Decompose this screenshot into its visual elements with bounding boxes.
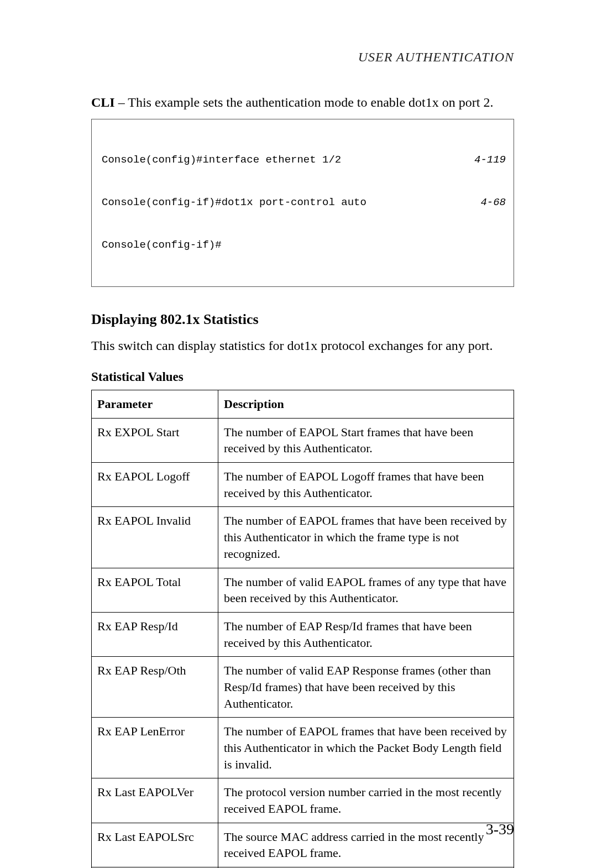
cli-code-block: Console(config)#interface ethernet 1/24-…	[91, 119, 514, 287]
cell-parameter: Rx Last EAPOLSrc	[92, 823, 218, 867]
cell-parameter: Rx EAPOL Total	[92, 568, 218, 612]
cli-intro-text: – This example sets the authentication m…	[115, 95, 494, 109]
cell-description: The number of valid EAP Response frames …	[218, 657, 514, 718]
code-ref: 4-68	[480, 196, 506, 210]
statistics-table: Parameter Description Rx EXPOL StartThe …	[91, 390, 514, 868]
table-row: Rx Last EAPOLSrcThe source MAC address c…	[92, 823, 514, 867]
cell-description: The number of EAPOL frames that have bee…	[218, 507, 514, 568]
table-row: Rx EAP Resp/IdThe number of EAP Resp/Id …	[92, 612, 514, 656]
page-container: User Authentication CLI – This example s…	[0, 0, 597, 868]
code-line: Console(config)#interface ethernet 1/24-…	[102, 153, 506, 168]
cell-parameter: Rx EAP Resp/Id	[92, 612, 218, 656]
table-row: Rx EAP LenErrorThe number of EAPOL frame…	[92, 718, 514, 778]
cell-parameter: Rx EAP Resp/Oth	[92, 657, 218, 718]
cell-parameter: Rx EAP LenError	[92, 718, 218, 778]
table-row: Rx EAPOL TotalThe number of valid EAPOL …	[92, 568, 514, 612]
code-line: Console(config-if)#dot1x port-control au…	[102, 196, 506, 210]
code-ref: 4-119	[474, 153, 506, 168]
subsection-heading: Statistical Values	[91, 370, 514, 384]
table-header-row: Parameter Description	[92, 390, 514, 419]
cell-parameter: Rx EAPOL Logoff	[92, 463, 218, 507]
section-heading: Displaying 802.1x Statistics	[91, 311, 514, 328]
table-row: Rx Last EAPOLVerThe protocol version num…	[92, 778, 514, 823]
cell-parameter: Rx Last EAPOLVer	[92, 778, 218, 823]
col-header-parameter: Parameter	[92, 390, 218, 419]
code-cmd: Console(config-if)#dot1x port-control au…	[102, 196, 366, 210]
table-row: Rx EAPOL LogoffThe number of EAPOL Logof…	[92, 463, 514, 507]
cli-label: CLI	[91, 95, 115, 109]
cell-parameter: Rx EXPOL Start	[92, 418, 218, 462]
intro-paragraph: CLI – This example sets the authenticati…	[91, 92, 514, 112]
code-line: Console(config-if)#	[102, 238, 506, 253]
page-number: 3-39	[486, 820, 514, 838]
cell-parameter: Rx EAPOL Invalid	[92, 507, 218, 568]
table-row: Rx EAP Resp/OthThe number of valid EAP R…	[92, 657, 514, 718]
code-cmd: Console(config)#interface ethernet 1/2	[102, 153, 341, 168]
cell-description: The number of EAPOL frames that have bee…	[218, 718, 514, 778]
table-row: Rx EXPOL StartThe number of EAPOL Start …	[92, 418, 514, 462]
running-header: User Authentication	[91, 50, 514, 65]
table-row: Rx EAPOL InvalidThe number of EAPOL fram…	[92, 507, 514, 568]
code-cmd: Console(config-if)#	[102, 238, 222, 253]
cell-description: The protocol version number carried in t…	[218, 778, 514, 823]
cell-description: The number of valid EAPOL frames of any …	[218, 568, 514, 612]
cell-description: The number of EAP Resp/Id frames that ha…	[218, 612, 514, 656]
col-header-description: Description	[218, 390, 514, 419]
section-text: This switch can display statistics for d…	[91, 336, 514, 355]
cell-description: The number of EAPOL Logoff frames that h…	[218, 463, 514, 507]
cell-description: The number of EAPOL Start frames that ha…	[218, 418, 514, 462]
cell-description: The source MAC address carried in the mo…	[218, 823, 514, 867]
